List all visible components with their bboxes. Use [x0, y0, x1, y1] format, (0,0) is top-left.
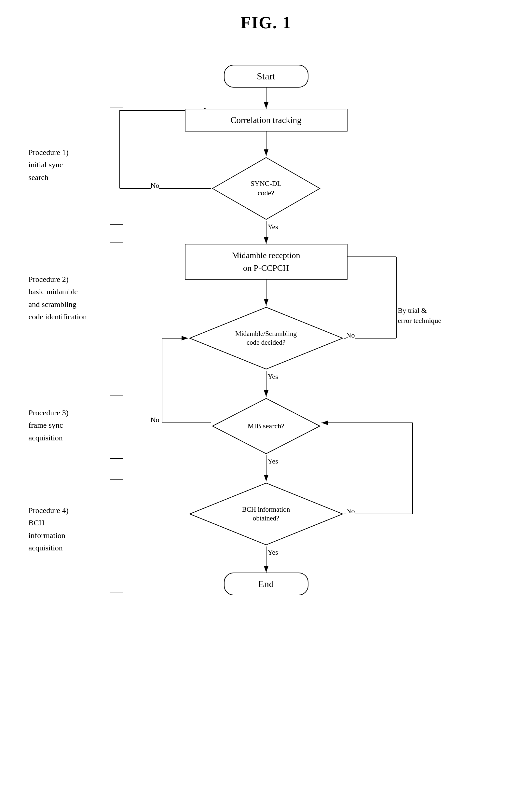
correlation-tracking-node: Correlation tracking: [185, 109, 347, 132]
end-node: End: [224, 572, 308, 595]
diagram-container: Start Correlation tracking SYNC-DLcode? …: [22, 52, 510, 768]
mib-yes-label: Yes: [268, 457, 278, 466]
midamble-yes-label: Yes: [268, 372, 278, 381]
fig-title: FIG. 1: [20, 13, 512, 32]
procedure-1-label: Procedure 1)initial syncsearch: [28, 146, 69, 184]
procedure-3-label: Procedure 3)frame syncacquisition: [28, 407, 69, 444]
sync-no-label: No: [151, 181, 159, 190]
bch-yes-label: Yes: [268, 548, 278, 557]
procedure-4-label: Procedure 4)BCHinformationacquisition: [28, 504, 69, 554]
by-trial-label: By trial &error technique: [398, 306, 441, 326]
midamble-no-label: No: [346, 331, 355, 339]
sync-dl-node: SYNC-DLcode?: [211, 156, 322, 221]
sync-yes-label: Yes: [268, 223, 278, 231]
mib-no-label: No: [151, 416, 159, 424]
midamble-reception-node: Midamble receptionon P-CCPCH: [185, 244, 347, 280]
mib-search-node: MIB search?: [211, 397, 322, 455]
midamble-scrambling-node: Midamble/Scramblingcode decided?: [188, 306, 344, 371]
bch-info-node: BCH informationobtained?: [188, 482, 344, 546]
bch-no-label: No: [346, 507, 355, 515]
procedure-2-label: Procedure 2)basic midambleand scrambling…: [28, 273, 87, 323]
start-node: Start: [224, 65, 308, 88]
page: FIG. 1: [0, 0, 532, 789]
